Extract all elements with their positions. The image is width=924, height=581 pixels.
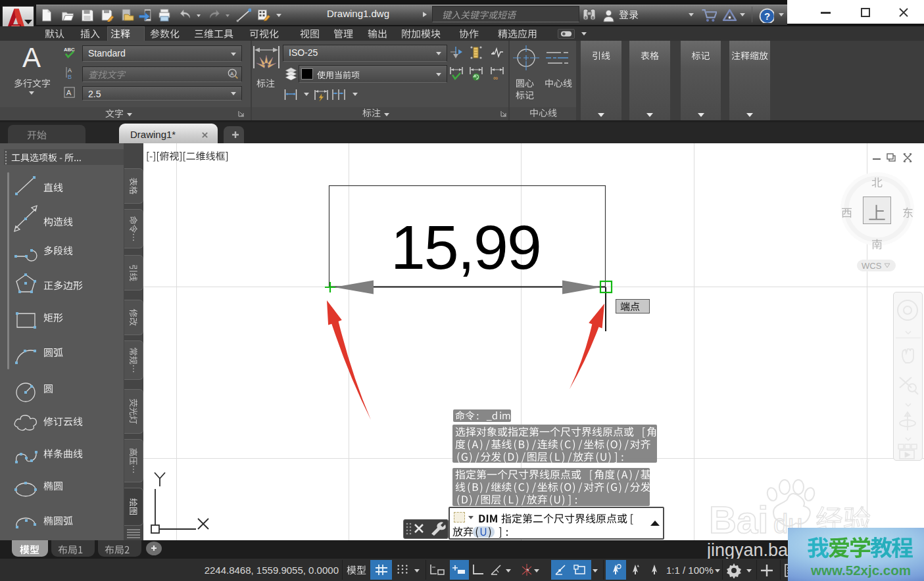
svg-text:A: A: [230, 71, 234, 77]
svg-text:∞: ∞: [493, 74, 498, 81]
svg-text:A: A: [68, 67, 72, 74]
svg-text:?: ?: [764, 11, 770, 22]
svg-text:A: A: [66, 89, 72, 97]
svg-text:B: B: [68, 74, 72, 80]
